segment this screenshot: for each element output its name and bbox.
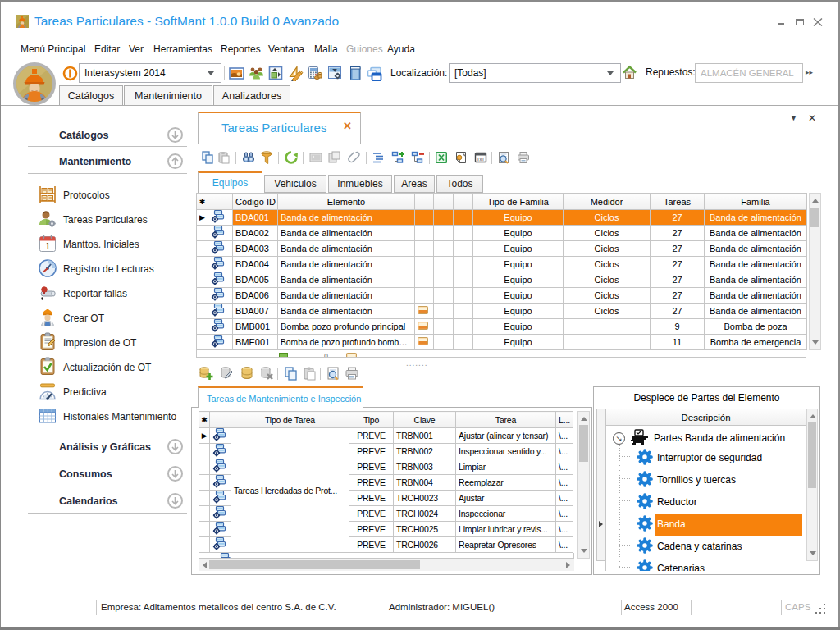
svg-text:1: 1 — [45, 241, 50, 251]
svg-text:TxT: TxT — [477, 157, 485, 162]
